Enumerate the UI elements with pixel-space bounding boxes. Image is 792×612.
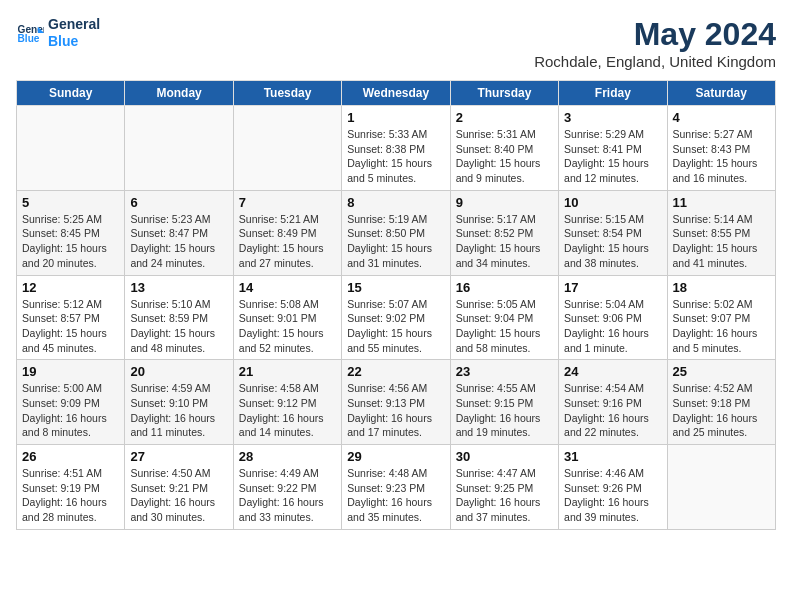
cell-content: Sunrise: 5:07 AM Sunset: 9:02 PM Dayligh…	[347, 297, 444, 356]
cell-content: Sunrise: 5:02 AM Sunset: 9:07 PM Dayligh…	[673, 297, 770, 356]
cell-content: Sunrise: 4:55 AM Sunset: 9:15 PM Dayligh…	[456, 381, 553, 440]
cell-content: Sunrise: 5:25 AM Sunset: 8:45 PM Dayligh…	[22, 212, 119, 271]
calendar-cell: 5Sunrise: 5:25 AM Sunset: 8:45 PM Daylig…	[17, 190, 125, 275]
date-number: 9	[456, 195, 553, 210]
day-header-wednesday: Wednesday	[342, 81, 450, 106]
calendar-cell: 3Sunrise: 5:29 AM Sunset: 8:41 PM Daylig…	[559, 106, 667, 191]
calendar-cell: 12Sunrise: 5:12 AM Sunset: 8:57 PM Dayli…	[17, 275, 125, 360]
date-number: 4	[673, 110, 770, 125]
date-number: 12	[22, 280, 119, 295]
calendar-cell: 19Sunrise: 5:00 AM Sunset: 9:09 PM Dayli…	[17, 360, 125, 445]
date-number: 8	[347, 195, 444, 210]
date-number: 20	[130, 364, 227, 379]
cell-content: Sunrise: 4:50 AM Sunset: 9:21 PM Dayligh…	[130, 466, 227, 525]
logo-text-blue: Blue	[48, 33, 100, 50]
date-number: 13	[130, 280, 227, 295]
date-number: 10	[564, 195, 661, 210]
calendar-cell: 30Sunrise: 4:47 AM Sunset: 9:25 PM Dayli…	[450, 445, 558, 530]
calendar-cell: 14Sunrise: 5:08 AM Sunset: 9:01 PM Dayli…	[233, 275, 341, 360]
calendar-cell: 20Sunrise: 4:59 AM Sunset: 9:10 PM Dayli…	[125, 360, 233, 445]
date-number: 7	[239, 195, 336, 210]
date-number: 27	[130, 449, 227, 464]
cell-content: Sunrise: 5:29 AM Sunset: 8:41 PM Dayligh…	[564, 127, 661, 186]
date-number: 31	[564, 449, 661, 464]
date-number: 29	[347, 449, 444, 464]
calendar-cell: 28Sunrise: 4:49 AM Sunset: 9:22 PM Dayli…	[233, 445, 341, 530]
cell-content: Sunrise: 5:21 AM Sunset: 8:49 PM Dayligh…	[239, 212, 336, 271]
day-header-tuesday: Tuesday	[233, 81, 341, 106]
cell-content: Sunrise: 5:04 AM Sunset: 9:06 PM Dayligh…	[564, 297, 661, 356]
cell-content: Sunrise: 4:48 AM Sunset: 9:23 PM Dayligh…	[347, 466, 444, 525]
day-header-friday: Friday	[559, 81, 667, 106]
calendar-cell: 4Sunrise: 5:27 AM Sunset: 8:43 PM Daylig…	[667, 106, 775, 191]
cell-content: Sunrise: 5:19 AM Sunset: 8:50 PM Dayligh…	[347, 212, 444, 271]
logo: General Blue General Blue	[16, 16, 100, 50]
week-row-3: 12Sunrise: 5:12 AM Sunset: 8:57 PM Dayli…	[17, 275, 776, 360]
day-header-saturday: Saturday	[667, 81, 775, 106]
calendar-cell: 2Sunrise: 5:31 AM Sunset: 8:40 PM Daylig…	[450, 106, 558, 191]
calendar-cell: 7Sunrise: 5:21 AM Sunset: 8:49 PM Daylig…	[233, 190, 341, 275]
date-number: 23	[456, 364, 553, 379]
calendar-cell: 24Sunrise: 4:54 AM Sunset: 9:16 PM Dayli…	[559, 360, 667, 445]
calendar-cell: 8Sunrise: 5:19 AM Sunset: 8:50 PM Daylig…	[342, 190, 450, 275]
svg-text:Blue: Blue	[18, 33, 40, 44]
week-row-5: 26Sunrise: 4:51 AM Sunset: 9:19 PM Dayli…	[17, 445, 776, 530]
calendar-cell: 22Sunrise: 4:56 AM Sunset: 9:13 PM Dayli…	[342, 360, 450, 445]
date-number: 5	[22, 195, 119, 210]
calendar-cell: 27Sunrise: 4:50 AM Sunset: 9:21 PM Dayli…	[125, 445, 233, 530]
calendar-cell: 1Sunrise: 5:33 AM Sunset: 8:38 PM Daylig…	[342, 106, 450, 191]
date-number: 28	[239, 449, 336, 464]
cell-content: Sunrise: 5:14 AM Sunset: 8:55 PM Dayligh…	[673, 212, 770, 271]
subtitle: Rochdale, England, United Kingdom	[534, 53, 776, 70]
cell-content: Sunrise: 5:33 AM Sunset: 8:38 PM Dayligh…	[347, 127, 444, 186]
date-number: 22	[347, 364, 444, 379]
cell-content: Sunrise: 4:58 AM Sunset: 9:12 PM Dayligh…	[239, 381, 336, 440]
cell-content: Sunrise: 4:59 AM Sunset: 9:10 PM Dayligh…	[130, 381, 227, 440]
week-row-2: 5Sunrise: 5:25 AM Sunset: 8:45 PM Daylig…	[17, 190, 776, 275]
date-number: 16	[456, 280, 553, 295]
cell-content: Sunrise: 5:27 AM Sunset: 8:43 PM Dayligh…	[673, 127, 770, 186]
calendar-cell	[233, 106, 341, 191]
calendar-cell: 29Sunrise: 4:48 AM Sunset: 9:23 PM Dayli…	[342, 445, 450, 530]
calendar-table: SundayMondayTuesdayWednesdayThursdayFrid…	[16, 80, 776, 530]
cell-content: Sunrise: 5:10 AM Sunset: 8:59 PM Dayligh…	[130, 297, 227, 356]
date-number: 1	[347, 110, 444, 125]
day-header-monday: Monday	[125, 81, 233, 106]
date-number: 3	[564, 110, 661, 125]
calendar-cell	[667, 445, 775, 530]
calendar-cell	[125, 106, 233, 191]
cell-content: Sunrise: 5:12 AM Sunset: 8:57 PM Dayligh…	[22, 297, 119, 356]
date-number: 26	[22, 449, 119, 464]
cell-content: Sunrise: 5:23 AM Sunset: 8:47 PM Dayligh…	[130, 212, 227, 271]
cell-content: Sunrise: 4:52 AM Sunset: 9:18 PM Dayligh…	[673, 381, 770, 440]
calendar-cell: 16Sunrise: 5:05 AM Sunset: 9:04 PM Dayli…	[450, 275, 558, 360]
calendar-cell: 9Sunrise: 5:17 AM Sunset: 8:52 PM Daylig…	[450, 190, 558, 275]
cell-content: Sunrise: 4:46 AM Sunset: 9:26 PM Dayligh…	[564, 466, 661, 525]
date-number: 19	[22, 364, 119, 379]
logo-text-general: General	[48, 16, 100, 33]
cell-content: Sunrise: 4:51 AM Sunset: 9:19 PM Dayligh…	[22, 466, 119, 525]
day-header-thursday: Thursday	[450, 81, 558, 106]
date-number: 17	[564, 280, 661, 295]
cell-content: Sunrise: 5:15 AM Sunset: 8:54 PM Dayligh…	[564, 212, 661, 271]
cell-content: Sunrise: 4:49 AM Sunset: 9:22 PM Dayligh…	[239, 466, 336, 525]
calendar-cell: 6Sunrise: 5:23 AM Sunset: 8:47 PM Daylig…	[125, 190, 233, 275]
date-number: 21	[239, 364, 336, 379]
cell-content: Sunrise: 4:54 AM Sunset: 9:16 PM Dayligh…	[564, 381, 661, 440]
calendar-cell: 21Sunrise: 4:58 AM Sunset: 9:12 PM Dayli…	[233, 360, 341, 445]
date-number: 6	[130, 195, 227, 210]
cell-content: Sunrise: 4:56 AM Sunset: 9:13 PM Dayligh…	[347, 381, 444, 440]
date-number: 14	[239, 280, 336, 295]
logo-icon: General Blue	[16, 19, 44, 47]
cell-content: Sunrise: 5:17 AM Sunset: 8:52 PM Dayligh…	[456, 212, 553, 271]
calendar-cell: 11Sunrise: 5:14 AM Sunset: 8:55 PM Dayli…	[667, 190, 775, 275]
date-number: 15	[347, 280, 444, 295]
calendar-cell: 18Sunrise: 5:02 AM Sunset: 9:07 PM Dayli…	[667, 275, 775, 360]
calendar-cell: 26Sunrise: 4:51 AM Sunset: 9:19 PM Dayli…	[17, 445, 125, 530]
day-header-row: SundayMondayTuesdayWednesdayThursdayFrid…	[17, 81, 776, 106]
date-number: 2	[456, 110, 553, 125]
title-section: May 2024 Rochdale, England, United Kingd…	[534, 16, 776, 70]
cell-content: Sunrise: 4:47 AM Sunset: 9:25 PM Dayligh…	[456, 466, 553, 525]
calendar-cell: 17Sunrise: 5:04 AM Sunset: 9:06 PM Dayli…	[559, 275, 667, 360]
calendar-cell: 31Sunrise: 4:46 AM Sunset: 9:26 PM Dayli…	[559, 445, 667, 530]
